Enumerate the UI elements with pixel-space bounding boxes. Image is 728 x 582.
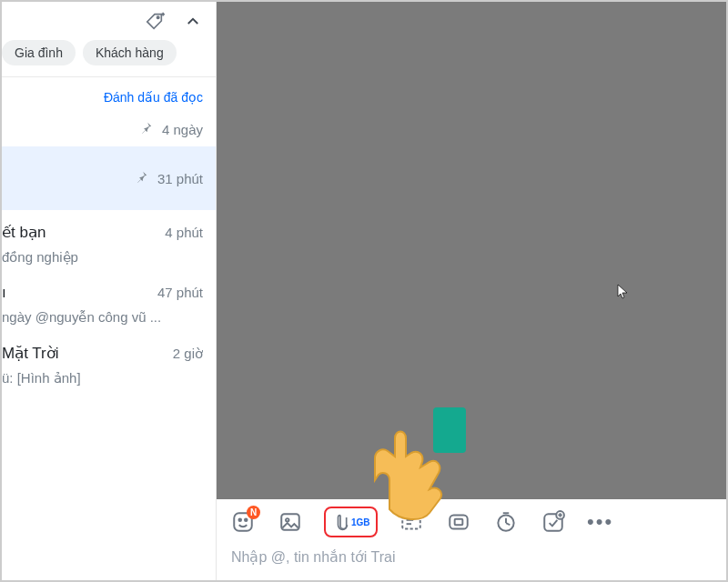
tag-filter-row: Gia đình Khách hàng <box>2 40 216 77</box>
collapse-icon[interactable] <box>179 7 207 35</box>
sidebar-top-controls <box>2 2 216 40</box>
svg-point-0 <box>157 16 158 18</box>
conv-title: Mặt Trời <box>2 344 59 363</box>
chat-main-area: N 1GB ••• Nhập @, tin nhắn tới Trai <box>217 2 726 580</box>
image-icon[interactable] <box>277 508 304 536</box>
pin-icon <box>140 121 153 137</box>
conversation-item[interactable]: ı47 phút ngày @nguyễn công vũ ... <box>2 271 216 331</box>
conv-preview: đồng nghiệp <box>2 249 78 266</box>
svg-rect-12 <box>454 519 462 526</box>
svg-point-5 <box>245 519 248 522</box>
screenshot-icon[interactable] <box>445 508 472 536</box>
pinned-time: 31 phút <box>157 171 203 186</box>
new-badge: N <box>247 506 260 519</box>
svg-rect-8 <box>402 515 420 528</box>
compose-toolbar: N 1GB ••• <box>217 499 726 539</box>
conv-title: ı <box>2 284 6 302</box>
attach-size-label: 1GB <box>351 517 370 527</box>
svg-rect-6 <box>281 514 299 529</box>
mark-all-read-link[interactable]: Đánh dấu đã đọc <box>2 77 216 112</box>
svg-point-4 <box>238 519 241 522</box>
svg-rect-11 <box>450 515 468 528</box>
conversation-item[interactable]: ết bạn4 phút đồng nghiệp <box>2 210 216 271</box>
pinned-item-selected[interactable]: 31 phút <box>2 146 216 210</box>
conv-time: 47 phút <box>157 285 203 300</box>
more-icon[interactable]: ••• <box>587 508 614 536</box>
pinned-item[interactable]: 4 ngày <box>2 112 216 146</box>
conv-title: ết bạn <box>2 223 46 242</box>
conv-preview: ngày @nguyễn công vũ ... <box>2 309 161 326</box>
cursor-icon <box>617 284 630 304</box>
tag-add-icon[interactable] <box>141 7 168 35</box>
reminder-icon[interactable] <box>492 508 520 536</box>
tag-family[interactable]: Gia đình <box>2 40 76 65</box>
svg-line-15 <box>506 523 510 525</box>
conv-preview: ü: [Hình ảnh] <box>2 370 81 386</box>
conv-time: 2 giờ <box>173 346 203 362</box>
message-input[interactable]: Nhập @, tin nhắn tới Trai <box>217 539 726 580</box>
pin-icon <box>136 170 148 186</box>
svg-point-7 <box>286 518 288 521</box>
attach-file-button[interactable]: 1GB <box>324 507 378 537</box>
chat-canvas[interactable] <box>217 2 726 499</box>
pinned-time: 4 ngày <box>162 122 203 137</box>
conversation-sidebar: Gia đình Khách hàng Đánh dấu đã đọc 4 ng… <box>2 2 217 580</box>
card-icon[interactable] <box>398 508 425 536</box>
emoji-icon[interactable]: N <box>229 508 257 536</box>
tag-customers[interactable]: Khách hàng <box>83 40 177 65</box>
conversation-item[interactable]: Mặt Trời2 giờ ü: [Hình ảnh] <box>2 331 216 392</box>
conv-time: 4 phút <box>165 225 203 240</box>
task-icon[interactable] <box>540 508 567 536</box>
